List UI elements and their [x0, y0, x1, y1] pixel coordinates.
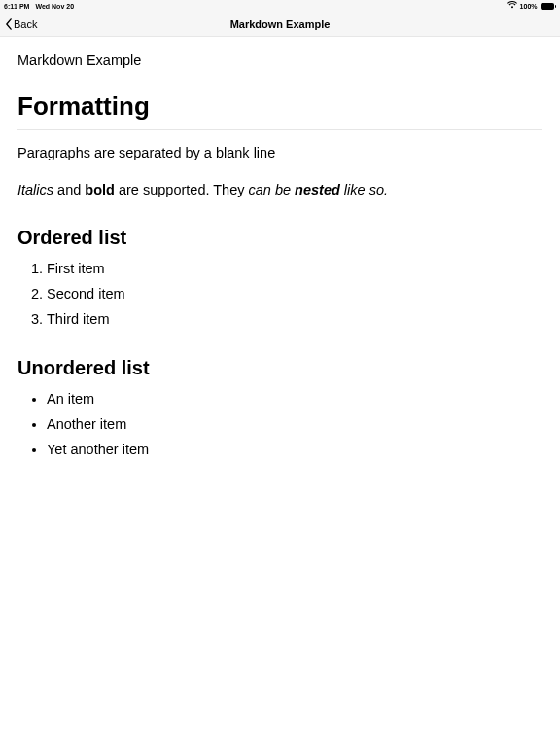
heading-formatting: Formatting — [18, 91, 542, 122]
paragraph-2: Italics and bold are supported. They can… — [18, 181, 542, 200]
list-item: Another item — [47, 414, 542, 435]
heading-ordered-list: Ordered list — [18, 227, 542, 249]
paragraph-1: Paragraphs are separated by a blank line — [18, 144, 542, 163]
doc-title: Markdown Example — [18, 53, 542, 68]
nested-sample: nested — [295, 182, 340, 197]
text-like-so: like so. — [340, 182, 388, 197]
text-supported: are supported. They — [115, 182, 249, 197]
unordered-list: An item Another item Yet another item — [18, 389, 542, 460]
bold-sample: bold — [85, 182, 115, 197]
status-right: 100% — [508, 1, 556, 11]
nav-bar: Back Markdown Example — [0, 12, 560, 37]
text-can-be: can be — [249, 182, 296, 197]
list-item: First item — [47, 259, 542, 279]
back-button[interactable]: Back — [4, 18, 37, 31]
back-label: Back — [14, 18, 37, 30]
heading-unordered-list: Unordered list — [18, 357, 542, 379]
status-date: Wed Nov 20 — [35, 3, 74, 10]
divider — [18, 129, 542, 130]
nav-title: Markdown Example — [0, 18, 560, 30]
list-item: Third item — [47, 309, 542, 330]
text-and: and — [53, 182, 85, 197]
battery-icon — [541, 3, 557, 10]
battery-percent: 100% — [520, 3, 538, 10]
chevron-left-icon — [4, 18, 14, 31]
list-item: Second item — [47, 284, 542, 304]
list-item: An item — [47, 389, 542, 409]
wifi-icon — [508, 1, 517, 11]
status-bar: 6:11 PM Wed Nov 20 100% — [0, 0, 560, 12]
italics-sample: Italics — [18, 182, 53, 197]
ordered-list: First item Second item Third item — [18, 259, 542, 330]
list-item: Yet another item — [47, 440, 542, 460]
status-time: 6:11 PM — [4, 3, 29, 10]
content-area: Markdown Example Formatting Paragraphs a… — [0, 37, 560, 480]
status-left: 6:11 PM Wed Nov 20 — [4, 3, 74, 10]
